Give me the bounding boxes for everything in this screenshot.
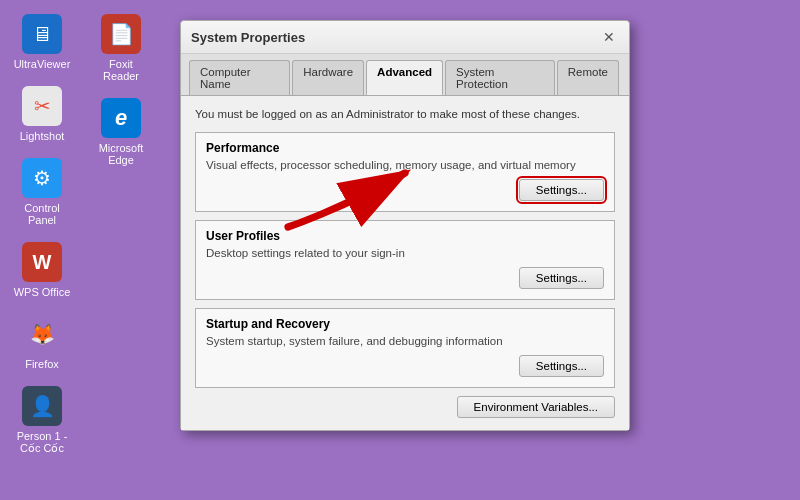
person-icon: 👤 <box>22 386 62 426</box>
icon-edge[interactable]: e Microsoft Edge <box>87 92 155 172</box>
icon-person[interactable]: 👤 Person 1 - Cốc Cốc <box>8 380 76 461</box>
icon-ultraviewer[interactable]: 🖥 UltraViewer <box>8 8 76 76</box>
tab-hardware[interactable]: Hardware <box>292 60 364 95</box>
user-profiles-section: User Profiles Desktop settings related t… <box>195 220 615 300</box>
icon-label: Control Panel <box>12 202 72 226</box>
tabs-bar: Computer Name Hardware Advanced System P… <box>181 54 629 96</box>
icon-label: UltraViewer <box>14 58 71 70</box>
icon-foxit[interactable]: 📄 Foxit Reader <box>87 8 155 88</box>
icon-label: WPS Office <box>14 286 71 298</box>
performance-settings-button[interactable]: Settings... <box>519 179 604 201</box>
icon-label: Person 1 - Cốc Cốc <box>12 430 72 455</box>
user-profiles-title: User Profiles <box>206 229 604 243</box>
performance-desc: Visual effects, processor scheduling, me… <box>206 159 604 171</box>
controlpanel-icon: ⚙ <box>22 158 62 198</box>
environment-variables-button[interactable]: Environment Variables... <box>457 396 615 418</box>
startup-recovery-desc: System startup, system failure, and debu… <box>206 335 604 347</box>
tab-remote[interactable]: Remote <box>557 60 619 95</box>
user-profiles-button-row: Settings... <box>206 267 604 289</box>
lightshot-icon: ✂ <box>22 86 62 126</box>
startup-recovery-section: Startup and Recovery System startup, sys… <box>195 308 615 388</box>
icon-label: Foxit Reader <box>91 58 151 82</box>
dialog-titlebar: System Properties ✕ <box>181 21 629 54</box>
user-profiles-desc: Desktop settings related to your sign-in <box>206 247 604 259</box>
icon-label: Microsoft Edge <box>91 142 151 166</box>
icon-firefox[interactable]: 🦊 Firefox <box>8 308 76 376</box>
icon-label: Lightshot <box>20 130 65 142</box>
performance-section: Performance Visual effects, processor sc… <box>195 132 615 212</box>
startup-recovery-title: Startup and Recovery <box>206 317 604 331</box>
admin-notice: You must be logged on as an Administrato… <box>195 108 615 120</box>
icon-wps[interactable]: W WPS Office <box>8 236 76 304</box>
icon-control-panel[interactable]: ⚙ Control Panel <box>8 152 76 232</box>
icon-label: Firefox <box>25 358 59 370</box>
desktop-icons: 🖥 UltraViewer ✂ Lightshot ⚙ Control Pane… <box>0 0 170 500</box>
icon-lightshot[interactable]: ✂ Lightshot <box>8 80 76 148</box>
user-profiles-settings-button[interactable]: Settings... <box>519 267 604 289</box>
wps-icon: W <box>22 242 62 282</box>
startup-recovery-settings-button[interactable]: Settings... <box>519 355 604 377</box>
env-variables-row: Environment Variables... <box>195 396 615 418</box>
performance-title: Performance <box>206 141 604 155</box>
ultraviewer-icon: 🖥 <box>22 14 62 54</box>
desktop: 🖥 UltraViewer ✂ Lightshot ⚙ Control Pane… <box>0 0 800 500</box>
close-button[interactable]: ✕ <box>599 27 619 47</box>
tab-computer-name[interactable]: Computer Name <box>189 60 290 95</box>
foxit-icon: 📄 <box>101 14 141 54</box>
dialog-title: System Properties <box>191 30 305 45</box>
startup-recovery-button-row: Settings... <box>206 355 604 377</box>
tab-system-protection[interactable]: System Protection <box>445 60 555 95</box>
performance-button-row: Settings... <box>206 179 604 201</box>
dialog-body: You must be logged on as an Administrato… <box>181 96 629 430</box>
tab-advanced[interactable]: Advanced <box>366 60 443 95</box>
firefox-icon: 🦊 <box>22 314 62 354</box>
system-properties-dialog: System Properties ✕ Computer Name Hardwa… <box>180 20 630 431</box>
edge-icon: e <box>101 98 141 138</box>
